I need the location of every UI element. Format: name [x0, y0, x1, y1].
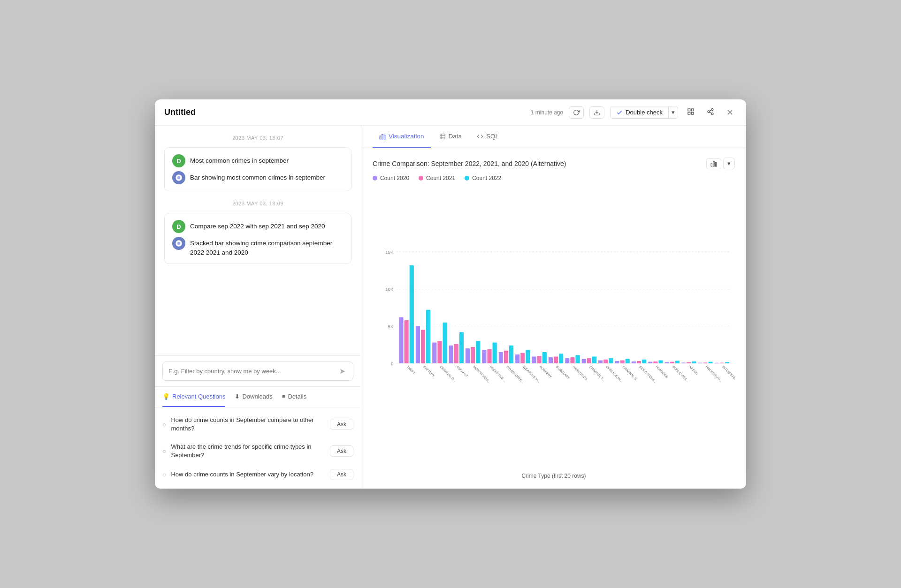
svg-text:5K: 5K [388, 324, 393, 329]
tab-visualization[interactable]: Visualization [373, 126, 431, 148]
chat-input[interactable] [168, 368, 334, 375]
svg-rect-44 [449, 346, 453, 363]
relevant-questions-icon: 💡 [162, 393, 170, 400]
svg-rect-82 [609, 358, 613, 363]
question-text-3: How do crime counts in September vary by… [171, 470, 325, 479]
chat-bubble-2: D Compare sep 2022 with sep 2021 and sep… [164, 213, 351, 264]
svg-text:10K: 10K [385, 286, 394, 292]
download-button[interactable] [589, 106, 604, 119]
svg-rect-86 [626, 359, 630, 363]
main-window: Untitled 1 minute ago Double check ▾ ✕ [155, 99, 746, 489]
chat-row: Stacked bar showing crime comparison sep… [172, 237, 344, 257]
svg-rect-78 [592, 356, 596, 363]
tab-sql[interactable]: SQL [470, 126, 505, 148]
chart-expand-button[interactable]: ▾ [723, 158, 735, 169]
bar-chart-svg: 15K 10K 5K 0 THEFTBATTERYCRIMINAL D...AS… [373, 186, 735, 471]
svg-rect-49 [471, 347, 475, 363]
svg-text:CRIMINAL S...: CRIMINAL S... [622, 365, 639, 382]
svg-rect-17 [440, 134, 445, 139]
svg-rect-102 [692, 362, 696, 363]
svg-rect-97 [670, 362, 674, 363]
svg-rect-98 [675, 361, 680, 363]
svg-text:SEX OFFENS...: SEX OFFENS... [639, 365, 657, 384]
input-row: ➤ [162, 362, 353, 381]
share-button[interactable] [703, 106, 718, 120]
tab-details-label: Details [288, 393, 306, 400]
svg-line-8 [710, 112, 712, 113]
chat-row: D Compare sep 2022 with sep 2021 and sep… [172, 220, 344, 233]
timestamp-2: 2023 MAY 03, 18:09 [164, 201, 351, 206]
svg-text:NARCOTICS: NARCOTICS [572, 365, 588, 381]
svg-text:0: 0 [391, 361, 394, 366]
svg-rect-48 [466, 348, 470, 363]
svg-rect-14 [380, 136, 381, 139]
close-button[interactable]: ✕ [723, 105, 737, 120]
legend-dot-2022 [465, 176, 469, 181]
chat-row: Bar showing most common crimes in septem… [172, 171, 344, 184]
viz-tabs: Visualization Data SQL [361, 126, 746, 148]
svg-rect-80 [598, 360, 603, 363]
svg-rect-1 [688, 109, 690, 111]
svg-rect-15 [382, 134, 383, 139]
svg-rect-38 [426, 310, 430, 363]
svg-rect-81 [603, 360, 608, 363]
ask-button-2[interactable]: Ask [330, 445, 353, 457]
svg-rect-23 [716, 162, 717, 166]
svg-rect-45 [454, 344, 458, 363]
tab-data[interactable]: Data [433, 126, 469, 148]
tab-details[interactable]: ≡ Details [282, 387, 306, 407]
svg-rect-2 [691, 109, 694, 111]
details-icon: ≡ [282, 393, 286, 400]
tab-visualization-label: Visualization [389, 133, 424, 140]
chart-header: Crime Comparison: September 2022, 2021, … [373, 158, 735, 169]
double-check-chevron[interactable]: ▾ [669, 106, 678, 119]
chart-legend: Count 2020 Count 2021 Count 2022 [373, 175, 735, 181]
question-icon-3: ○ [162, 471, 166, 478]
svg-rect-66 [542, 352, 547, 363]
right-panel: Visualization Data SQL Crime Comparison:… [361, 126, 746, 489]
svg-text:HOMICIDE: HOMICIDE [655, 365, 669, 379]
svg-rect-41 [437, 341, 442, 363]
svg-rect-90 [642, 360, 646, 363]
svg-rect-72 [565, 358, 569, 363]
ask-button-3[interactable]: Ask [330, 469, 353, 480]
left-panel: 2023 MAY 03, 18:07 D Most common crimes … [155, 126, 361, 489]
downloads-icon: ⬇ [235, 393, 240, 400]
svg-rect-46 [459, 332, 464, 363]
legend-label-2022: Count 2022 [472, 175, 501, 181]
svg-line-9 [710, 110, 712, 111]
svg-rect-92 [648, 362, 652, 363]
svg-rect-56 [499, 352, 503, 363]
main-body: 2023 MAY 03, 18:07 D Most common crimes … [155, 126, 746, 489]
refresh-button[interactable] [569, 106, 584, 119]
tab-sql-label: SQL [486, 133, 499, 140]
chat-bubble-1: D Most common crimes in september Bar sh… [164, 147, 351, 191]
legend-item-2021: Count 2021 [419, 175, 455, 181]
chart-type-button[interactable] [706, 158, 721, 169]
svg-point-5 [711, 108, 713, 110]
tab-downloads[interactable]: ⬇ Downloads [235, 387, 272, 407]
x-axis-label: Crime Type (first 20 rows) [373, 473, 735, 479]
send-button[interactable]: ➤ [337, 366, 347, 377]
double-check-button[interactable]: Double check [610, 106, 669, 119]
svg-rect-101 [687, 362, 691, 363]
question-row-2: ○ What are the crime trends for specific… [162, 440, 353, 462]
svg-rect-32 [399, 317, 403, 363]
svg-text:CRIMINAL D...: CRIMINAL D... [439, 365, 457, 382]
svg-rect-37 [421, 330, 425, 363]
svg-text:BURGLARY: BURGLARY [556, 365, 571, 380]
svg-rect-64 [532, 356, 536, 363]
ask-button-1[interactable]: Ask [330, 419, 353, 430]
svg-rect-62 [526, 350, 530, 363]
svg-point-11 [177, 176, 181, 180]
svg-rect-110 [725, 362, 729, 363]
svg-text:CRIMINAL T...: CRIMINAL T... [589, 365, 606, 382]
tab-relevant-questions[interactable]: 💡 Relevant Questions [162, 387, 225, 407]
tab-downloads-label: Downloads [242, 393, 272, 400]
grid-view-button[interactable] [684, 106, 698, 120]
legend-label-2021: Count 2021 [426, 175, 455, 181]
svg-rect-105 [703, 362, 707, 363]
legend-dot-2021 [419, 176, 423, 181]
svg-rect-52 [482, 350, 486, 363]
last-modified: 1 minute ago [531, 109, 563, 116]
